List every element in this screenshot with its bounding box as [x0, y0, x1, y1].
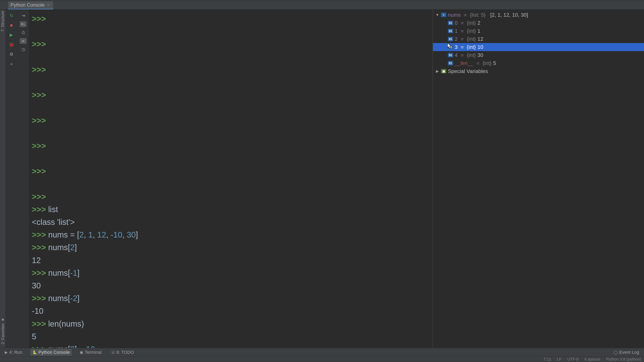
special-variables-label: Special Variables	[448, 68, 488, 74]
variable-item[interactable]: 01 2 = {int} 12	[433, 35, 644, 43]
special-vars-icon: ▦	[441, 69, 446, 73]
console-line	[32, 178, 432, 190]
int-type-icon: 01	[448, 53, 453, 57]
gutter-col1: ↻ ■ ▶ 🐞 ⚙ ＋	[6, 10, 17, 348]
console-line: >>>	[32, 12, 432, 25]
console-line: >>> nums = [2, 1, 12, -10, 30]	[32, 228, 432, 241]
print-icon[interactable]: ⎙	[19, 28, 27, 37]
var-type: {int}	[467, 20, 476, 26]
var-key: 3	[455, 44, 458, 50]
var-value: 10	[478, 44, 483, 50]
var-type: {int}	[467, 44, 476, 50]
var-value: 12	[478, 36, 483, 42]
tab-label: Python Console	[10, 2, 44, 8]
python-console-output[interactable]: >>> >>> >>> >>> >>> >>> >>> >>> >>> list…	[29, 10, 432, 348]
chevron-down-icon[interactable]: ▼	[435, 13, 440, 17]
file-encoding[interactable]: UTF-8	[567, 357, 579, 362]
console-line: -10	[32, 305, 432, 317]
console-line	[32, 76, 432, 89]
terminal-tab-label: Terminal	[85, 350, 102, 355]
console-line	[32, 101, 432, 114]
star-icon: ★	[0, 317, 5, 322]
console-line: >>>	[32, 89, 432, 101]
toolwindow-structure-tab[interactable]: 7: Structure	[0, 11, 5, 31]
python-interpreter[interactable]: Python 3.8 (python)	[606, 357, 641, 362]
var-type: {int}	[467, 52, 476, 58]
main-content-row: 7: Structure 2: Favorites ★ ↻ ■ ▶ 🐞 ⚙ ＋ …	[0, 10, 644, 348]
console-line: >>> nums[-1]	[32, 267, 432, 279]
console-line: >>>	[32, 38, 432, 50]
console-line: >>> nums[2]	[32, 241, 432, 254]
tab-python-console[interactable]: Python Console ×	[8, 1, 53, 9]
console-line: >>>	[32, 140, 432, 152]
run-icon[interactable]: ▶	[8, 31, 16, 39]
status-bar: 7:11 LF UTF-8 4 spaces Python 3.8 (pytho…	[0, 356, 644, 362]
indent-settings[interactable]: 4 spaces	[584, 357, 600, 362]
list-type-icon: ≡	[441, 13, 446, 17]
soft-wrap-icon[interactable]: ⇥	[19, 12, 27, 20]
var-value: 2	[478, 20, 480, 26]
console-line: >>> len(nums)	[32, 318, 432, 330]
var-key: 4	[455, 52, 458, 58]
var-type: {list: 5}	[470, 12, 486, 18]
event-log-button[interactable]: ◯ Event Log	[612, 349, 641, 356]
variable-item[interactable]: 01 1 = {int} 1	[433, 27, 644, 35]
console-line: >>> nums[-2]	[32, 292, 432, 305]
variable-item[interactable]: 01 0 = {int} 2	[433, 19, 644, 27]
line-ending[interactable]: LF	[557, 357, 562, 362]
var-name: nums	[448, 12, 461, 18]
gutter-col2: ⇥ ≡↓ ⎙ ∞ ◷	[17, 10, 29, 348]
python-icon: 🐍	[32, 350, 37, 355]
cursor-position[interactable]: 7:11	[543, 357, 551, 362]
console-line: 30	[32, 279, 432, 292]
run-tab-label: 4: Run	[9, 350, 22, 355]
var-value: [2, 1, 12, 10, 30]	[490, 12, 528, 18]
int-type-icon: 01	[448, 37, 453, 41]
todo-icon: ☑	[112, 350, 115, 355]
python-console-tab-label: Python Console	[38, 350, 70, 355]
var-type: {int}	[467, 36, 476, 42]
close-icon[interactable]: ×	[47, 2, 50, 8]
variable-item[interactable]: 01 3 = {int} 10	[433, 43, 644, 51]
int-type-icon: 01	[448, 21, 453, 25]
var-value: 5	[493, 60, 496, 66]
toolwindow-structure-label: 7: Structure	[0, 11, 5, 31]
toolwindow-favorites-tab[interactable]: 2: Favorites ★	[0, 317, 5, 344]
console-line: >>>	[32, 114, 432, 127]
console-line: >>>	[32, 190, 432, 203]
int-type-icon: 01	[448, 45, 453, 49]
console-gutter: ↻ ■ ▶ 🐞 ⚙ ＋ ⇥ ≡↓ ⎙ ∞ ◷	[6, 10, 29, 348]
rerun-icon[interactable]: ↻	[8, 12, 16, 20]
debug-icon[interactable]: 🐞	[8, 41, 16, 49]
history-icon[interactable]: ◷	[19, 45, 27, 53]
show-vars-icon[interactable]: ∞	[20, 38, 26, 44]
variable-item[interactable]: 01 4 = {int} 30	[433, 51, 644, 59]
editor-tab-bar: Python Console ×	[0, 1, 644, 10]
bottom-toolwindow-bar: ▶ 4: Run 🐍 Python Console ▣ Terminal ☑ 6…	[0, 348, 644, 356]
console-line	[32, 25, 432, 38]
console-line: >>> list	[32, 203, 432, 216]
event-log-icon: ◯	[614, 350, 618, 355]
variable-item[interactable]: 01 __len__ = {int} 5	[433, 59, 644, 67]
toolwindow-run-tab[interactable]: ▶ 4: Run	[3, 349, 24, 356]
toolwindow-todo-tab[interactable]: ☑ 6: TODO	[110, 349, 136, 356]
scroll-to-end-icon[interactable]: ≡↓	[20, 21, 26, 27]
console-line: 5	[32, 330, 432, 343]
chevron-right-icon[interactable]: ▶	[435, 69, 440, 73]
var-value: 30	[478, 52, 483, 58]
add-icon[interactable]: ＋	[8, 60, 16, 68]
var-key: 2	[455, 36, 458, 42]
toolwindow-python-console-tab[interactable]: 🐍 Python Console	[30, 349, 72, 356]
terminal-icon: ▣	[80, 350, 83, 355]
console-line: 12	[32, 254, 432, 267]
special-variables-row[interactable]: ▶ ▦ Special Variables	[433, 67, 644, 75]
settings-icon[interactable]: ⚙	[8, 50, 16, 58]
toolwindow-terminal-tab[interactable]: ▣ Terminal	[78, 349, 104, 356]
console-line: >>>	[32, 63, 432, 76]
run-tab-icon: ▶	[5, 350, 8, 355]
left-toolwindow-strip: 7: Structure 2: Favorites ★	[0, 10, 6, 348]
console-line: >>> nums[3] = 10	[32, 343, 432, 348]
variable-nums[interactable]: ▼ ≡ nums = {list: 5} [2, 1, 12, 10, 30]	[433, 11, 644, 19]
stop-icon[interactable]: ■	[8, 21, 16, 29]
todo-tab-label: 6: TODO	[116, 350, 134, 355]
